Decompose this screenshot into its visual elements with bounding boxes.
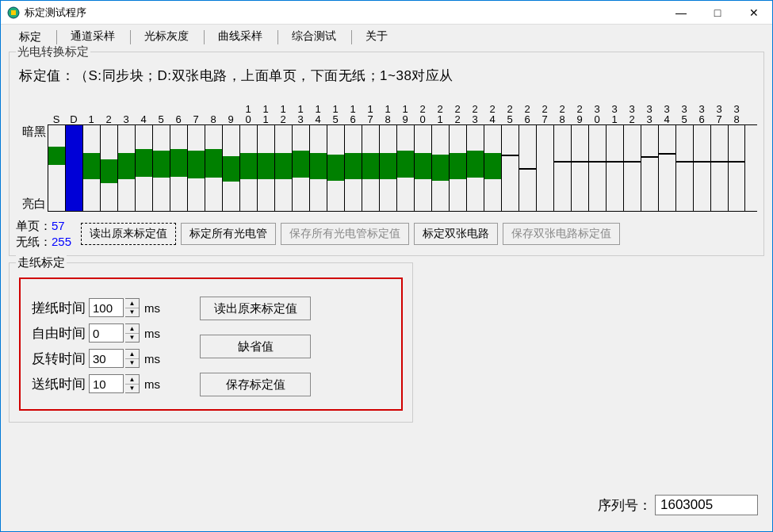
column-header: 3 2 (623, 96, 641, 124)
free-time-input[interactable]: 0 (89, 323, 124, 343)
column-header: 6 (170, 96, 187, 124)
column-header: 3 7 (710, 96, 728, 124)
column-header: D (65, 96, 82, 124)
window-controls: — □ ✕ (663, 1, 772, 24)
bar-column (623, 125, 641, 211)
tab-curve-sample[interactable]: 曲线采样 (208, 25, 273, 47)
spin-down-icon[interactable]: ▼ (125, 385, 139, 393)
bar-column (536, 125, 553, 211)
spin-down-icon[interactable]: ▼ (125, 334, 139, 343)
tab-separator (204, 30, 205, 44)
bar-column (466, 125, 484, 211)
column-header: 1 0 (239, 96, 257, 124)
bar-column (362, 125, 379, 211)
tab-separator (56, 30, 57, 44)
column-header: 2 7 (536, 96, 553, 124)
serial-label: 序列号： (598, 496, 652, 515)
column-header: 2 (100, 96, 117, 124)
column-header: 3 6 (693, 96, 710, 124)
feed-time-unit: ms (144, 377, 160, 391)
rub-time-input[interactable]: 100 (89, 298, 124, 317)
column-header: 1 3 (292, 96, 309, 124)
tab-channel-sample[interactable]: 通道采样 (60, 25, 125, 47)
tab-about[interactable]: 关于 (355, 25, 398, 47)
column-header: 4 (135, 96, 152, 124)
column-header: 1 (82, 96, 100, 124)
column-header: 7 (187, 96, 205, 124)
bar-column (710, 125, 728, 211)
highlighted-settings-box: 搓纸时间 100 ▲ ▼ ms 自由时间 0 ▲ ▼ (19, 277, 403, 411)
feed-time-row: 送纸时间 10 ▲ ▼ ms (32, 374, 160, 393)
bar-column (501, 125, 519, 211)
group-title: 光电转换标定 (16, 44, 90, 59)
spin-up-icon[interactable]: ▲ (125, 375, 139, 385)
calibrate-all-button[interactable]: 标定所有光电管 (181, 223, 276, 245)
bar-column (152, 125, 170, 211)
y-label-dark: 暗黑 (19, 124, 46, 140)
y-axis-labels: 暗黑 亮白 (19, 124, 46, 212)
bar-column (484, 125, 501, 211)
reverse-time-input[interactable]: 30 (89, 349, 124, 368)
spin-up-icon[interactable]: ▲ (125, 350, 139, 359)
column-header: 1 4 (309, 96, 327, 124)
spin-up-icon[interactable]: ▲ (125, 299, 139, 308)
bar-column (675, 125, 693, 211)
bars-container (48, 124, 757, 212)
reverse-time-unit: ms (144, 352, 160, 366)
minimize-button[interactable]: — (663, 1, 699, 24)
main-window: 标定测试程序 — □ ✕ 标定 通道采样 光标灰度 曲线采样 综合测试 关于 光… (0, 0, 773, 532)
column-header: 2 9 (571, 96, 588, 124)
titlebar: 标定测试程序 — □ ✕ (1, 1, 772, 25)
column-header: 3 4 (658, 96, 675, 124)
column-header: 2 1 (431, 96, 449, 124)
bar-column (100, 125, 117, 211)
column-header: 3 3 (641, 96, 658, 124)
calibrate-double-button[interactable]: 标定双张电路 (414, 223, 498, 245)
single-page-label: 单页： (16, 219, 52, 232)
maximize-button[interactable]: □ (699, 1, 736, 24)
spin-up-icon[interactable]: ▲ (125, 324, 139, 334)
column-header: 3 8 (728, 96, 745, 124)
bar-column (396, 125, 414, 211)
no-paper-label: 无纸： (16, 235, 52, 248)
bar-column (344, 125, 362, 211)
save-calibration-button[interactable]: 保存标定值 (200, 373, 311, 396)
group2-title: 走纸标定 (16, 255, 67, 270)
save-all-button: 保存所有光电管标定值 (281, 223, 409, 245)
calibration-description: 标定值：（S:同步块；D:双张电路，上面单页，下面无纸；1~38对应从 (19, 67, 757, 85)
column-header: 1 9 (396, 96, 414, 124)
spin-down-icon[interactable]: ▼ (125, 359, 139, 368)
bar-column (239, 125, 257, 211)
reverse-time-spinner[interactable]: ▲ ▼ (125, 349, 140, 368)
bar-column (222, 125, 239, 211)
bar-column (553, 125, 571, 211)
serial-input[interactable]: 1603005 (655, 495, 758, 515)
rub-time-unit: ms (144, 301, 160, 315)
tab-bar: 标定 通道采样 光标灰度 曲线采样 综合测试 关于 (1, 25, 772, 47)
bar-column (519, 125, 536, 211)
serial-number-row: 序列号： 1603005 (598, 495, 758, 515)
feed-time-input[interactable]: 10 (89, 374, 124, 393)
tab-cursor-gray[interactable]: 光标灰度 (134, 25, 199, 47)
close-button[interactable]: ✕ (736, 1, 772, 24)
read-original-button[interactable]: 读出原来标定值 (81, 223, 176, 245)
rub-time-row: 搓纸时间 100 ▲ ▼ ms (32, 298, 160, 317)
tab-separator (277, 30, 278, 44)
bar-column (65, 125, 82, 211)
read-original-feed-button[interactable]: 读出原来标定值 (200, 297, 311, 320)
spin-down-icon[interactable]: ▼ (125, 308, 139, 317)
column-header: 3 (117, 96, 135, 124)
column-headers: SD1234567891 01 11 21 31 41 51 61 71 81 … (48, 96, 757, 124)
reverse-time-row: 反转时间 30 ▲ ▼ ms (32, 349, 160, 368)
bar-column (449, 125, 466, 211)
tab-integrated-test[interactable]: 综合测试 (281, 25, 346, 47)
feed-time-spinner[interactable]: ▲ ▼ (125, 374, 140, 393)
bar-column (431, 125, 449, 211)
default-values-button[interactable]: 缺省值 (200, 335, 311, 358)
bar-column (292, 125, 309, 211)
free-time-spinner[interactable]: ▲ ▼ (125, 323, 140, 343)
readings-labels: 单页：57 无纸：255 (16, 218, 71, 249)
column-header: 2 4 (484, 96, 501, 124)
bar-column (48, 125, 65, 211)
rub-time-spinner[interactable]: ▲ ▼ (125, 298, 140, 317)
